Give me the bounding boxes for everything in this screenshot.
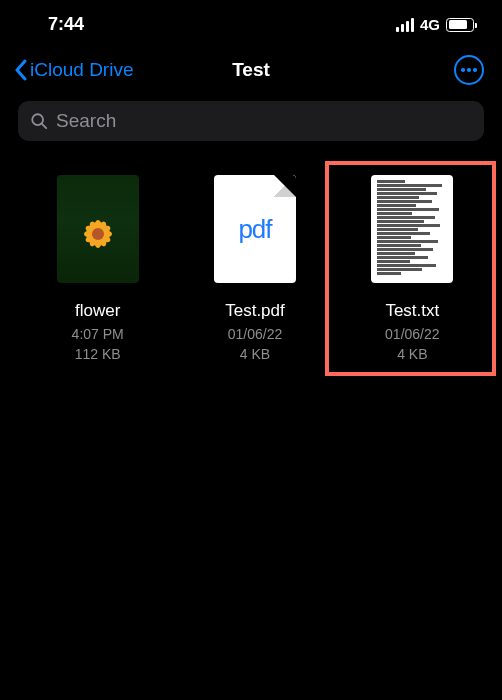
network-label: 4G <box>420 16 440 33</box>
file-thumbnail <box>57 175 139 283</box>
text-preview-icon <box>377 180 447 275</box>
status-time: 7:44 <box>48 14 84 35</box>
svg-point-8 <box>92 228 104 240</box>
search-icon <box>30 112 48 130</box>
pdf-label: pdf <box>238 214 271 245</box>
file-item[interactable]: Test.txt 01/06/22 4 KB <box>343 175 482 366</box>
file-meta-size: 112 KB <box>75 346 121 362</box>
navigation-bar: iCloud Drive Test <box>0 43 502 95</box>
file-name: Test.pdf <box>225 301 285 321</box>
flower-icon <box>73 209 123 259</box>
ellipsis-icon <box>461 68 477 72</box>
back-label: iCloud Drive <box>30 59 133 81</box>
file-thumbnail: pdf <box>214 175 296 283</box>
file-meta-time: 4:07 PM <box>72 326 124 342</box>
battery-icon <box>446 18 474 32</box>
file-item[interactable]: flower 4:07 PM 112 KB <box>28 175 167 366</box>
file-name: flower <box>75 301 120 321</box>
status-indicators: 4G <box>396 16 474 33</box>
file-meta-time: 01/06/22 <box>228 326 283 342</box>
search-input[interactable] <box>56 110 472 132</box>
chevron-left-icon <box>14 59 28 81</box>
status-bar: 7:44 4G <box>0 0 502 43</box>
file-thumbnail <box>371 175 453 283</box>
search-field[interactable] <box>18 101 484 141</box>
back-button[interactable]: iCloud Drive <box>14 59 133 81</box>
file-grid: flower 4:07 PM 112 KB pdf Test.pdf 01/06… <box>0 141 502 366</box>
page-title: Test <box>232 59 270 81</box>
file-meta-size: 4 KB <box>240 346 270 362</box>
file-item[interactable]: pdf Test.pdf 01/06/22 4 KB <box>185 175 324 366</box>
signal-icon <box>396 18 414 32</box>
svg-line-1 <box>42 124 47 129</box>
more-button[interactable] <box>454 55 484 85</box>
page-fold-icon <box>274 175 296 197</box>
